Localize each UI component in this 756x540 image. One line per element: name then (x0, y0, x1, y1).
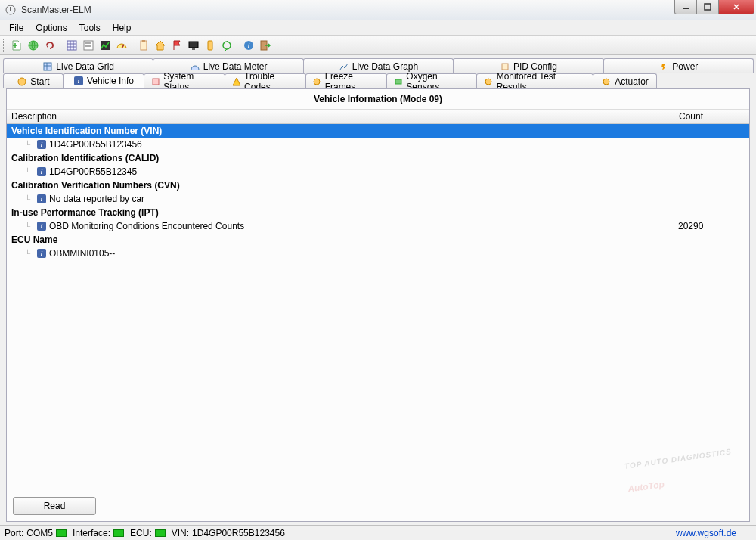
svg-rect-7 (85, 42, 91, 44)
sync-icon[interactable] (219, 38, 234, 53)
svg-point-23 (314, 79, 320, 85)
clipboard-icon[interactable] (136, 38, 151, 53)
tree-connector-icon: └ (25, 222, 34, 231)
exit-icon[interactable] (258, 38, 273, 53)
tree-row[interactable]: └iOBMMINI0105-- (7, 247, 749, 260)
svg-rect-8 (85, 45, 91, 47)
device-icon[interactable] (203, 38, 218, 53)
tree-row[interactable]: └i1D4GP00R55B12345 (7, 165, 749, 178)
tree-row[interactable]: └i1D4GP00R55B123456 (7, 138, 749, 151)
svg-rect-22 (153, 79, 159, 85)
titlebar: ScanMaster-ELM (0, 0, 756, 20)
form-icon[interactable] (81, 38, 96, 53)
gauge-icon[interactable] (114, 38, 129, 53)
tree-row-text: OBD Monitoring Conditions Encountered Co… (49, 221, 244, 231)
chart-icon[interactable] (98, 38, 113, 53)
tab-vehicle-info[interactable]: iVehicle Info (63, 73, 144, 88)
info-icon: i (37, 140, 46, 149)
svg-rect-11 (142, 40, 145, 42)
refresh-icon[interactable] (42, 38, 57, 53)
website-link[interactable]: www.wgsoft.de (676, 528, 736, 538)
info-icon: i (37, 249, 46, 258)
maximize-button[interactable] (696, 0, 719, 14)
app-icon (5, 4, 17, 16)
tree-connector-icon: └ (25, 168, 34, 176)
tab-label: Live Data Grid (56, 61, 114, 72)
tab-actuator[interactable]: Actuator (593, 73, 657, 88)
tree-row[interactable]: Calibration Identifications (CALID) (7, 151, 749, 165)
tree-row-count: 20290 (674, 221, 749, 231)
menu-file[interactable]: File (3, 21, 29, 35)
menu-help[interactable]: Help (107, 21, 138, 35)
menu-options[interactable]: Options (29, 21, 73, 35)
svg-rect-19 (44, 63, 51, 70)
menubar: File Options Tools Help (0, 20, 756, 36)
meter-icon (190, 61, 200, 72)
tab-oxygen-sensors[interactable]: Oxygen Sensors (386, 73, 477, 88)
column-description[interactable]: Description (7, 111, 674, 122)
tab-monitored-test-results[interactable]: Monitored Test Results (476, 73, 593, 88)
minimize-button[interactable] (674, 0, 697, 14)
svg-rect-10 (141, 41, 147, 50)
tabs-container: Live Data Grid Live Data Meter Live Data… (0, 55, 756, 522)
config-icon (500, 61, 510, 72)
info-icon: i (37, 222, 46, 231)
graph-icon (339, 61, 349, 72)
menu-tools[interactable]: Tools (73, 21, 107, 35)
tab-power[interactable]: Power (603, 58, 754, 73)
watermark-main: AutoTop (627, 479, 665, 495)
svg-rect-12 (189, 42, 198, 48)
statusbar: Port: COM5 Interface: ECU: VIN: 1D4GP00R… (0, 525, 756, 540)
results-icon (483, 76, 494, 87)
tree-row-text: 1D4GP00R55B12345 (49, 166, 137, 177)
svg-rect-20 (502, 64, 508, 70)
tree-connector-icon: └ (25, 195, 34, 203)
column-count[interactable]: Count (674, 110, 749, 123)
info-icon[interactable]: i (241, 38, 256, 53)
tab-freeze-frames[interactable]: Freeze Frames (305, 73, 387, 88)
monitor-icon[interactable] (186, 38, 201, 53)
toolbar-grip (3, 39, 6, 52)
svg-rect-5 (67, 41, 76, 50)
tree-connector-icon: └ (25, 250, 34, 258)
grid-icon[interactable] (64, 38, 79, 53)
tree-view[interactable]: Vehicle Identification Number (VIN)└i1D4… (7, 124, 749, 260)
new-icon[interactable] (9, 38, 24, 53)
tab-start[interactable]: Start (3, 73, 64, 88)
tree-row[interactable]: ECU Name (7, 233, 749, 247)
globe-icon[interactable] (26, 38, 41, 53)
power-icon (658, 61, 669, 72)
info-icon: i (37, 194, 46, 203)
tab-label: Live Data Meter (203, 61, 268, 72)
panel-title: Vehicle Information (Mode 09) (7, 89, 749, 109)
tab-system-status[interactable]: System Status (144, 73, 225, 88)
tree-row[interactable]: In-use Performance Tracking (IPT) (7, 206, 749, 219)
close-button[interactable] (718, 0, 754, 14)
tree-row[interactable]: Calibration Verification Numbers (CVN) (7, 178, 749, 192)
svg-point-21 (18, 78, 26, 85)
svg-point-25 (485, 79, 491, 85)
status-icon (150, 76, 160, 87)
tab-live-data-grid[interactable]: Live Data Grid (3, 58, 153, 73)
read-button[interactable]: Read (13, 497, 96, 515)
status-vin: VIN: 1D4GP00R55B123456 (172, 528, 285, 538)
info-icon: i (37, 167, 46, 176)
tree-row-text: No data reported by car (49, 194, 144, 204)
tree-row[interactable]: Vehicle Identification Number (VIN) (7, 124, 749, 138)
window-title: ScanMaster-ELM (20, 5, 675, 15)
tab-label: Vehicle Info (87, 76, 134, 86)
tree-connector-icon: └ (25, 141, 34, 149)
svg-rect-2 (683, 8, 689, 9)
svg-rect-3 (705, 4, 711, 10)
tree-row-text: In-use Performance Tracking (IPT) (11, 207, 159, 218)
actuator-icon (601, 76, 612, 87)
flag-icon[interactable] (169, 38, 184, 53)
tab-label: Start (30, 76, 49, 87)
grid-header: Description Count (7, 109, 749, 124)
svg-point-26 (603, 79, 609, 85)
tree-row[interactable]: └iNo data reported by car (7, 192, 749, 206)
tree-row[interactable]: └iOBD Monitoring Conditions Encountered … (7, 219, 749, 233)
tab-trouble-codes[interactable]: Trouble Codes (225, 73, 306, 88)
house-icon[interactable] (153, 38, 168, 53)
tree-row-text: Calibration Identifications (CALID) (11, 153, 159, 163)
